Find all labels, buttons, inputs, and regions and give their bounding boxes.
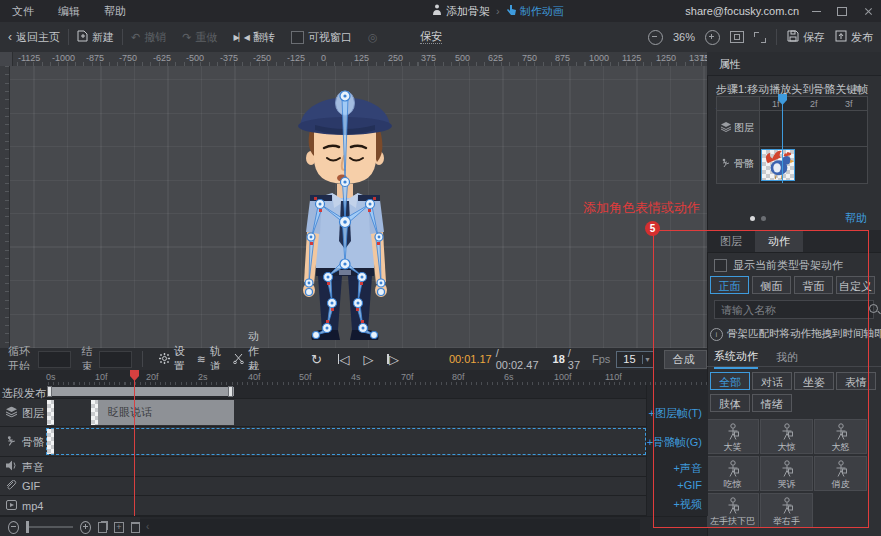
nav-add-skeleton[interactable]: 添加骨架 xyxy=(446,4,490,19)
orientation-custom[interactable]: 自定义 xyxy=(836,276,875,294)
action-search[interactable] xyxy=(714,300,874,319)
range-handle-left[interactable] xyxy=(47,386,52,397)
menu-edit[interactable]: 编辑 xyxy=(46,0,92,22)
add-bone-frame-button[interactable]: +骨骼帧(G) xyxy=(647,435,702,450)
nav-make-animation[interactable]: 制作动画 xyxy=(520,4,564,19)
filter-checkbox-row[interactable]: 显示当前类型骨架动作 xyxy=(714,258,843,273)
slider-handle[interactable] xyxy=(26,521,29,533)
close-button[interactable] xyxy=(855,0,881,22)
zoom-in-button[interactable] xyxy=(705,30,720,45)
maximize-button[interactable] xyxy=(829,0,855,22)
bone-keyframe-thumbnail[interactable] xyxy=(761,149,795,181)
target-button[interactable]: ◎ xyxy=(360,22,386,52)
category-emotion[interactable]: 情绪 xyxy=(752,394,792,412)
layer-track-row[interactable]: 图层 眨眼说话 xyxy=(0,399,646,427)
fps-dropdown[interactable]: 15▾ xyxy=(616,351,653,368)
playhead-line[interactable] xyxy=(134,370,135,516)
add-gif-button[interactable]: +GIF xyxy=(677,479,702,491)
bone-track-selection xyxy=(46,428,646,455)
tab-layers[interactable]: 图层 xyxy=(707,230,755,252)
range-handle-right[interactable] xyxy=(228,386,233,397)
category-body[interactable]: 肢体 xyxy=(710,394,750,412)
timeline-ruler[interactable]: 0s10f 20f2s 40f50f 4s70f 80f6s 100f110f xyxy=(0,370,707,386)
action-card[interactable]: 大惊 xyxy=(760,419,813,454)
minimize-button[interactable] xyxy=(803,0,829,22)
play-button[interactable]: ▷ xyxy=(363,352,373,367)
publish-button[interactable]: 发布 xyxy=(835,22,873,52)
fullscreen-icon[interactable] xyxy=(754,32,766,43)
back-home-button[interactable]: ‹ 返回主页 xyxy=(0,22,68,52)
loop-start-input[interactable] xyxy=(38,351,71,368)
pose-icon xyxy=(833,460,849,478)
properties-mini-timeline[interactable]: 1f 2f 3f 图层 骨骼 xyxy=(716,96,868,184)
tab-actions[interactable]: 动作 xyxy=(755,230,803,252)
toolbar-divider xyxy=(776,29,777,45)
action-card[interactable]: 俏皮 xyxy=(814,456,867,491)
viewport-toggle[interactable]: 可视窗口 xyxy=(283,22,360,52)
action-card[interactable]: 左手扶下巴 xyxy=(706,493,759,528)
document-name[interactable]: 保安 xyxy=(420,29,442,44)
duplicate-frame-icon[interactable] xyxy=(98,522,107,533)
zoom-out-button[interactable] xyxy=(648,30,663,45)
action-card[interactable]: 大笑 xyxy=(706,419,759,454)
layer-track-label: 图层 xyxy=(22,405,44,420)
track-icon: ≋ xyxy=(197,353,206,366)
clip-thumbnail[interactable] xyxy=(91,400,98,425)
info-icon: i xyxy=(710,328,723,341)
gif-track-row[interactable]: GIF xyxy=(0,477,646,496)
timeline-zoom-out-button[interactable] xyxy=(8,521,19,534)
timeline-zoom-in-button[interactable] xyxy=(80,521,91,534)
timeline-scrollbar[interactable]: ‹ xyxy=(140,519,640,535)
timeline-zoom-slider[interactable] xyxy=(26,526,72,528)
undo-button[interactable]: ↶撤销 xyxy=(123,22,174,52)
delete-frame-icon[interactable] xyxy=(131,522,140,533)
flip-button[interactable]: ▶▏◀ 翻转 xyxy=(225,22,282,52)
filter-checkbox[interactable] xyxy=(714,259,727,272)
help-link[interactable]: 帮助 xyxy=(845,211,867,226)
sound-track-row[interactable]: 声音 xyxy=(0,457,646,477)
compose-action-button[interactable]: 合成动作 xyxy=(664,350,707,369)
save-button[interactable]: 保存 xyxy=(787,22,825,52)
redo-button[interactable]: ↷重做 xyxy=(174,22,225,52)
orientation-back[interactable]: 背面 xyxy=(794,276,833,294)
ruler-origin-corner[interactable] xyxy=(0,52,13,66)
bone-track-row[interactable]: 骨骼 xyxy=(0,427,646,457)
zoom-level[interactable]: 36% xyxy=(673,31,695,43)
add-layer-frame-button[interactable]: +图层帧(T) xyxy=(649,406,702,421)
mp4-track-row[interactable]: mp4 xyxy=(0,496,646,516)
menu-file[interactable]: 文件 xyxy=(0,0,46,22)
action-card[interactable]: 哭诉 xyxy=(760,456,813,491)
scissors-icon xyxy=(233,353,244,366)
category-dialogue[interactable]: 对话 xyxy=(752,372,792,390)
clip-thumbnail[interactable] xyxy=(47,429,54,454)
action-card[interactable]: 吃惊 xyxy=(706,456,759,491)
clip-thumbnail[interactable] xyxy=(47,400,54,425)
prev-frame-button[interactable]: ◁ xyxy=(338,352,350,367)
loop-end-input[interactable] xyxy=(99,351,132,368)
category-expression[interactable]: 表情 xyxy=(836,372,876,390)
fit-view-icon[interactable] xyxy=(730,31,744,43)
add-sound-button[interactable]: +声音 xyxy=(674,461,702,476)
action-card[interactable]: 大怒 xyxy=(814,419,867,454)
breadcrumb: 添加骨架 › 制作动画 xyxy=(432,0,564,22)
restart-button[interactable]: ↻ xyxy=(311,352,322,367)
next-frame-button[interactable]: ▷ xyxy=(387,352,399,367)
pose-icon xyxy=(779,423,795,441)
character-figure[interactable] xyxy=(276,72,418,344)
viewport-checkbox[interactable] xyxy=(291,31,304,44)
mini-playhead[interactable] xyxy=(782,101,783,183)
orientation-side[interactable]: 侧面 xyxy=(752,276,791,294)
carousel-dots[interactable] xyxy=(747,211,769,223)
new-button[interactable]: 新建 xyxy=(69,22,122,52)
layer-clip[interactable]: 眨眼说话 xyxy=(98,400,234,425)
category-all[interactable]: 全部 xyxy=(710,372,750,390)
orientation-front[interactable]: 正面 xyxy=(710,276,749,294)
search-input[interactable] xyxy=(715,304,869,316)
timeline-bottom-bar: + ‹ xyxy=(0,516,707,536)
add-frame-icon[interactable]: + xyxy=(114,522,123,533)
publish-range-bar[interactable] xyxy=(47,387,234,396)
add-video-button[interactable]: +视频 xyxy=(674,497,702,512)
menu-help[interactable]: 帮助 xyxy=(92,0,138,22)
action-card[interactable]: 举右手 xyxy=(760,493,813,528)
category-sitting[interactable]: 坐姿 xyxy=(794,372,834,390)
